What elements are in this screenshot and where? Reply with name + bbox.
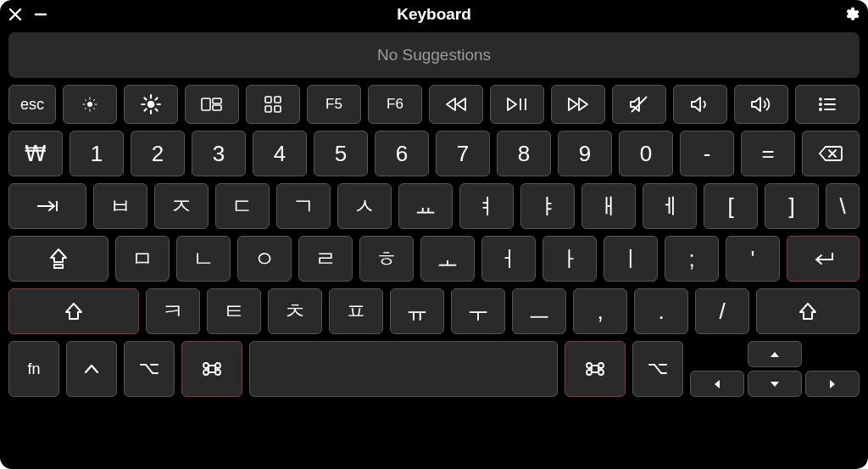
key-0[interactable]: 0: [619, 131, 673, 176]
option-icon: [139, 362, 159, 376]
key-command-right[interactable]: [565, 341, 626, 397]
key-x[interactable]: ㅌ: [207, 288, 261, 334]
key-n[interactable]: ㅜ: [451, 288, 505, 334]
svg-rect-25: [275, 106, 281, 112]
key-semicolon[interactable]: ;: [665, 236, 719, 282]
key-2[interactable]: 2: [131, 131, 185, 176]
key-bracket-left[interactable]: [: [704, 183, 758, 229]
menu-icon: [818, 97, 837, 112]
key-fn[interactable]: fn: [8, 341, 59, 397]
key-w[interactable]: ㅈ: [154, 183, 209, 229]
key-won[interactable]: ₩: [8, 131, 63, 176]
key-a[interactable]: ㅁ: [115, 236, 170, 282]
key-caps-lock[interactable]: [8, 236, 108, 282]
key-space[interactable]: [249, 341, 558, 397]
svg-line-6: [85, 99, 86, 100]
key-esc[interactable]: esc: [8, 85, 56, 124]
svg-point-33: [820, 109, 821, 110]
key-y[interactable]: ㅛ: [398, 183, 453, 229]
key-mission-control[interactable]: [185, 85, 239, 124]
key-v[interactable]: ㅍ: [329, 288, 383, 334]
key-minus[interactable]: -: [680, 131, 734, 176]
key-slash[interactable]: /: [695, 288, 749, 334]
key-tab[interactable]: [8, 183, 86, 229]
key-control[interactable]: [66, 341, 117, 397]
key-command-left[interactable]: [181, 341, 242, 397]
key-backslash[interactable]: \: [826, 183, 860, 229]
key-r[interactable]: ㄱ: [276, 183, 331, 229]
key-7[interactable]: 7: [436, 131, 490, 176]
arrow-cluster: [690, 341, 860, 397]
key-k[interactable]: ㅏ: [542, 236, 597, 282]
key-8[interactable]: 8: [497, 131, 551, 176]
key-f[interactable]: ㄹ: [298, 236, 353, 282]
key-u[interactable]: ㅕ: [459, 183, 514, 229]
key-volume-up[interactable]: [734, 85, 788, 124]
key-3[interactable]: 3: [192, 131, 246, 176]
key-b[interactable]: ㅠ: [390, 288, 444, 334]
key-bracket-right[interactable]: ]: [765, 183, 819, 229]
key-brightness-up[interactable]: [124, 85, 178, 124]
key-6[interactable]: 6: [375, 131, 429, 176]
key-volume-down[interactable]: [673, 85, 727, 124]
key-arrow-down[interactable]: [748, 371, 802, 397]
suggestions-bar[interactable]: No Suggestions: [8, 32, 860, 78]
key-shift-right[interactable]: [756, 288, 860, 334]
key-rewind[interactable]: [429, 85, 483, 124]
key-t[interactable]: ㅅ: [337, 183, 392, 229]
key-9[interactable]: 9: [558, 131, 612, 176]
control-icon: [83, 363, 100, 375]
key-s[interactable]: ㄴ: [176, 236, 231, 282]
key-h[interactable]: ㅗ: [420, 236, 475, 282]
settings-button[interactable]: [843, 6, 860, 23]
key-option-right[interactable]: [632, 341, 683, 397]
svg-point-29: [820, 98, 821, 100]
key-f5[interactable]: F5: [307, 85, 361, 124]
window-controls: [8, 8, 47, 21]
key-1[interactable]: 1: [70, 131, 124, 176]
key-q[interactable]: ㅂ: [93, 183, 147, 229]
key-play-pause[interactable]: [490, 85, 544, 124]
key-arrow-up[interactable]: [748, 341, 802, 367]
svg-rect-20: [213, 98, 221, 103]
rewind-icon: [444, 96, 468, 113]
key-m[interactable]: ㅡ: [512, 288, 566, 334]
key-c[interactable]: ㅊ: [268, 288, 322, 334]
key-launchpad[interactable]: [246, 85, 300, 124]
svg-rect-22: [265, 97, 271, 103]
key-o[interactable]: ㅐ: [581, 183, 636, 229]
key-z[interactable]: ㅋ: [146, 288, 200, 334]
minimize-button[interactable]: [34, 8, 47, 21]
svg-line-15: [144, 98, 146, 99]
key-fast-forward[interactable]: [551, 85, 605, 124]
key-return[interactable]: [787, 236, 860, 282]
svg-line-18: [155, 98, 157, 99]
key-4[interactable]: 4: [253, 131, 307, 176]
key-d[interactable]: ㅇ: [237, 236, 292, 282]
key-shift-left[interactable]: [8, 288, 139, 334]
key-5[interactable]: 5: [314, 131, 368, 176]
command-icon: [202, 359, 222, 379]
key-arrow-right[interactable]: [805, 371, 860, 397]
mute-icon: [628, 95, 650, 114]
minimize-icon: [34, 8, 47, 21]
key-p[interactable]: ㅔ: [643, 183, 697, 229]
key-menu[interactable]: [795, 85, 860, 124]
key-period[interactable]: .: [634, 288, 688, 334]
key-f6[interactable]: F6: [368, 85, 422, 124]
key-arrow-left[interactable]: [690, 371, 744, 397]
key-brightness-down[interactable]: [63, 85, 117, 124]
key-l[interactable]: ㅣ: [604, 236, 658, 282]
close-button[interactable]: [8, 8, 22, 21]
key-mute[interactable]: [612, 85, 666, 124]
key-g[interactable]: ㅎ: [359, 236, 414, 282]
key-equals[interactable]: =: [741, 131, 795, 176]
key-option-left[interactable]: [124, 341, 175, 397]
key-e[interactable]: ㄷ: [215, 183, 270, 229]
svg-line-9: [93, 99, 94, 100]
key-i[interactable]: ㅑ: [520, 183, 575, 229]
key-quote[interactable]: ': [726, 236, 780, 282]
key-comma[interactable]: ,: [573, 288, 627, 334]
key-backspace[interactable]: [802, 131, 860, 176]
key-j[interactable]: ㅓ: [481, 236, 536, 282]
